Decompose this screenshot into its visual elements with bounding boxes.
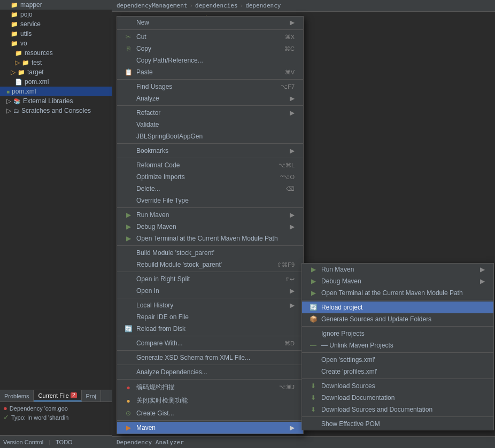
breadcrumb-sep-2: › — [240, 2, 244, 9]
tree-item-mapper[interactable]: 📁 mapper — [0, 0, 112, 10]
project-tab[interactable]: Proj — [82, 390, 102, 401]
tree-item-pom-xml-sub[interactable]: 📄 pom.xml — [0, 77, 112, 87]
folder-icon: 📁 — [11, 2, 18, 9]
arrow-icon-8: ▶ — [290, 302, 295, 309]
menu-sep-5 — [117, 158, 303, 158]
todo-tab[interactable]: TODO — [56, 439, 73, 445]
github-icon: ⊙ — [123, 410, 133, 417]
sub-sep-3 — [302, 352, 493, 353]
menu-open-terminal[interactable]: ▶ Open Terminal at the Current Maven Mod… — [117, 233, 303, 244]
menu-sep-8 — [117, 272, 303, 272]
arrow-icon-4: ▶ — [290, 147, 295, 155]
menu-bookmarks[interactable]: Bookmarks ▶ — [117, 145, 303, 157]
problem-row-1: ● Dependency 'com.goo — [3, 404, 109, 412]
menu-debug-maven[interactable]: ▶ Debug Maven ▶ — [117, 221, 303, 233]
tree-item-scratches[interactable]: ▷ 🗂 Scratches and Consoles — [0, 106, 112, 115]
submenu-show-effective-pom[interactable]: Show Effective POM — [302, 418, 493, 430]
menu-find-usages[interactable]: Find Usages ⌥F7 — [117, 81, 303, 92]
menu-gen-xsd[interactable]: Generate XSD Schema from XML File... — [117, 352, 303, 364]
submenu-unlink[interactable]: — — Unlink Maven Projects — [302, 339, 493, 351]
cut-icon: ✂ — [123, 33, 133, 41]
menu-validate[interactable]: Validate — [117, 119, 303, 130]
menu-close-detect[interactable]: ● 关闭实时检测功能 — [117, 394, 303, 407]
run-maven-icon: ▶ — [123, 211, 133, 219]
menu-delete[interactable]: Delete... ⌫ — [117, 183, 303, 195]
menu-create-gist[interactable]: ⊙ Create Gist... — [117, 407, 303, 419]
tree-item-pom-xml[interactable]: ■ pom.xml — [0, 87, 112, 96]
problem-row-2: ✓ Typo: In word 'shardin — [3, 413, 109, 421]
menu-analyze-deps[interactable]: Analyze Dependencies... — [117, 366, 303, 378]
submenu-open-settings[interactable]: Open 'settings.xml' — [302, 354, 493, 366]
problems-content: ● Dependency 'com.goo ✓ Typo: In word 's… — [0, 402, 112, 424]
menu-copy-path[interactable]: Copy Path/Reference... — [117, 55, 303, 66]
submenu-ignore-projects[interactable]: Ignore Projects — [302, 328, 493, 339]
current-file-tab[interactable]: Current File 2 — [34, 390, 81, 401]
tree-item-utils[interactable]: 📁 utils — [0, 29, 112, 38]
menu-refactor[interactable]: Refactor ▶ — [117, 107, 303, 119]
submenu-run-maven[interactable]: ▶ Run Maven ▶ — [302, 264, 493, 275]
menu-jbl[interactable]: JBLSpringBootAppGen — [117, 130, 303, 142]
status-bar: Dependency Analyzer — [112, 436, 495, 448]
menu-analyze[interactable]: Analyze ▶ — [117, 92, 303, 104]
menu-sep-2 — [117, 79, 303, 80]
menu-maven[interactable]: ▶ Maven ▶ — [117, 422, 303, 434]
folder-icon: 📁 — [11, 30, 18, 37]
problems-tabs: Problems Current File 2 Proj — [0, 390, 112, 402]
arrow-icon-5: ▶ — [290, 211, 295, 219]
menu-rebuild-module[interactable]: Rebuild Module 'stock_parent' ⇧⌘F9 — [117, 259, 303, 271]
warning-icon: ✓ — [3, 413, 9, 421]
submenu-create-profiles[interactable]: Create 'profiles.xml' — [302, 366, 493, 377]
menu-optimize[interactable]: Optimize Imports ^⌥O — [117, 171, 303, 183]
menu-paste[interactable]: 📋 Paste ⌘V — [117, 66, 303, 78]
version-control-tab[interactable]: Version Control — [3, 439, 43, 445]
sub-sep-1 — [302, 300, 493, 300]
menu-copy[interactable]: ⎘ Copy ⌘C — [117, 43, 303, 55]
menu-cut[interactable]: ✂ Cut ⌘X — [117, 31, 303, 43]
menu-local-history[interactable]: Local History ▶ — [117, 299, 303, 311]
menu-reformat[interactable]: Reformat Code ⌥⌘L — [117, 159, 303, 171]
menu-sep-11 — [117, 350, 303, 351]
submenu-download-both[interactable]: ⬇ Download Sources and Documentation — [302, 404, 493, 415]
tree-item-external-libs[interactable]: ▷ 📚 External Libraries — [0, 96, 112, 106]
submenu-gen-sources[interactable]: 📦 Generate Sources and Update Folders — [302, 313, 493, 325]
tree-item-target[interactable]: ▷ 📁 target — [0, 67, 112, 77]
menu-compare-with[interactable]: Compare With... ⌘D — [117, 337, 303, 349]
submenu-reload-project[interactable]: 🔄 Reload project — [302, 302, 493, 313]
reload-project-icon: 🔄 — [308, 304, 318, 311]
menu-new[interactable]: New ▶ — [117, 17, 303, 28]
menu-open-in[interactable]: Open In ▶ — [117, 285, 303, 297]
tree-item-vo[interactable]: 📁 vo — [0, 38, 112, 48]
menu-code-convention[interactable]: ● 编码规约扫描 ⌥⌘J — [117, 381, 303, 394]
menu-sep-9 — [117, 298, 303, 298]
menu-build-module[interactable]: Build Module 'stock_parent' — [117, 247, 303, 259]
submenu-download-sources[interactable]: ⬇ Download Sources — [302, 380, 493, 392]
sub-sep-5 — [302, 416, 493, 417]
folder-icon: 📁 — [11, 11, 18, 18]
menu-run-maven[interactable]: ▶ Run Maven ▶ — [117, 209, 303, 221]
menu-reload-disk[interactable]: 🔄 Reload from Disk — [117, 323, 303, 335]
tree-item-resources[interactable]: 📁 resources — [0, 48, 112, 58]
code-convention-icon: ● — [123, 384, 133, 391]
problems-bar: Problems Current File 2 Proj ● Dependenc… — [0, 390, 112, 435]
maven-submenu: ▶ Run Maven ▶ ▶ Debug Maven ▶ ▶ Open Ter… — [301, 263, 494, 430]
breadcrumb: dependencyManagement › dependencies › de… — [112, 0, 495, 12]
tree-item-pojo[interactable]: 📁 pojo — [0, 10, 112, 19]
menu-repair-ide[interactable]: Repair IDE on File — [117, 311, 303, 323]
download-both-icon: ⬇ — [308, 406, 318, 413]
tree-item-service[interactable]: 📁 service — [0, 19, 112, 29]
menu-open-right-split[interactable]: Open in Right Split ⇧↩ — [117, 273, 303, 285]
submenu-debug-maven[interactable]: ▶ Debug Maven ▶ — [302, 275, 493, 287]
file-tree-panel: 📁 mapper 📁 pojo 📁 service 📁 utils 📁 vo 📁… — [0, 0, 112, 448]
tree-item-test[interactable]: ▷ 📁 test — [0, 58, 112, 67]
menu-override-type[interactable]: Override File Type — [117, 195, 303, 206]
run-maven-sub-icon: ▶ — [308, 266, 318, 273]
submenu-download-docs[interactable]: ⬇ Download Documentation — [302, 392, 493, 404]
maven-icon: ▶ — [123, 424, 133, 431]
menu-sep — [117, 29, 303, 30]
submenu-open-terminal[interactable]: ▶ Open Terminal at the Current Maven Mod… — [302, 287, 493, 299]
problems-tab[interactable]: Problems — [0, 390, 34, 401]
breadcrumb-part-2: dependencies — [195, 2, 237, 9]
bottom-tabs-bar: Version Control | TODO — [0, 435, 112, 448]
debug-maven-icon: ▶ — [123, 223, 133, 230]
menu-sep-6 — [117, 207, 303, 208]
